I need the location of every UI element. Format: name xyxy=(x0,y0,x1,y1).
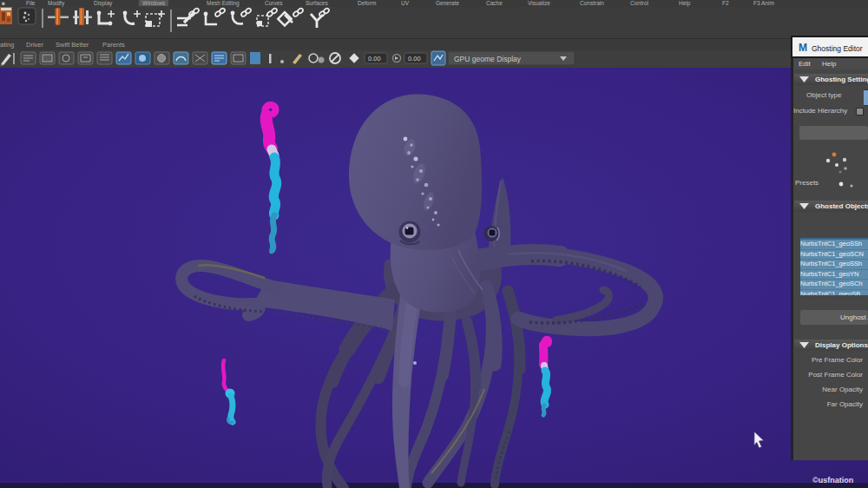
svg-text:0.00: 0.00 xyxy=(408,55,421,63)
svg-text:0.00: 0.00 xyxy=(368,55,381,63)
svg-text:GPU geome Display: GPU geome Display xyxy=(454,55,522,63)
